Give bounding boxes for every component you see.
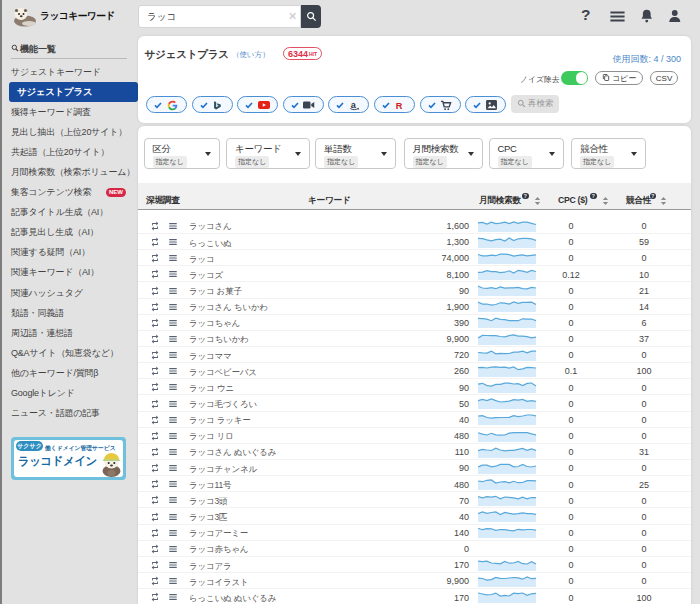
svg-text:a: a xyxy=(351,100,357,110)
svg-text:R: R xyxy=(395,101,402,111)
